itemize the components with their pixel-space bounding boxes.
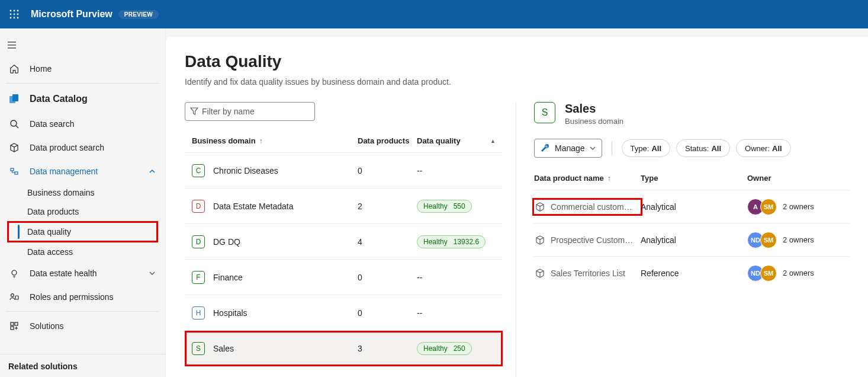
col-data-products[interactable]: Data products <box>358 136 417 145</box>
content: Data Quality Identify and fix data quali… <box>166 37 868 377</box>
svg-point-3 <box>10 14 12 15</box>
home-icon <box>8 63 20 75</box>
svg-point-1 <box>14 10 15 12</box>
cube-icon <box>535 235 545 245</box>
avatar: SM <box>760 232 777 248</box>
product-name: Commercial custom… <box>551 202 632 212</box>
sidebar-item-management[interactable]: Data management <box>0 159 165 183</box>
sort-up-icon: ↑ <box>607 174 611 183</box>
detail-pane: S Sales Business domain Manage <box>516 102 849 377</box>
manage-label: Manage <box>555 143 585 153</box>
sidebar-catalog-label: Data Catalog <box>30 94 88 104</box>
apps-icon <box>8 320 20 332</box>
sidebar-item-home[interactable]: Home <box>0 57 165 81</box>
domain-name: Chronic Diseases <box>213 166 278 175</box>
sidebar-heading-catalog: Data Catalog <box>0 86 165 112</box>
divider <box>612 141 612 155</box>
svg-rect-21 <box>11 322 14 325</box>
sidebar-item-search[interactable]: Data search <box>0 112 165 136</box>
domain-row[interactable]: C Chronic Diseases 0 -- <box>185 153 503 188</box>
sidebar-item-product-search[interactable]: Data product search <box>0 136 165 159</box>
sidebar-management-label: Data management <box>30 167 139 176</box>
table-header: Business domain↑ Data products Data qual… <box>185 129 503 153</box>
svg-rect-17 <box>15 172 18 174</box>
sidebar-sub-access[interactable]: Data access <box>0 242 165 261</box>
sidebar-quality-label: Data quality <box>27 227 71 237</box>
product-row[interactable]: Sales Territories List Reference NDSM 2 … <box>534 256 849 289</box>
product-owner: NDSM 2 owners <box>747 265 849 282</box>
detail-chip: S <box>534 102 555 123</box>
filter-owner[interactable]: Owner:All <box>736 139 791 157</box>
manage-button[interactable]: Manage <box>534 139 602 158</box>
preview-badge: PREVIEW <box>118 10 159 19</box>
sidebar-item-roles[interactable]: Roles and permissions <box>0 285 165 309</box>
product-name-cell: Sales Territories List <box>534 266 641 280</box>
domain-chip: D <box>192 235 205 248</box>
owner-count: 2 owners <box>783 235 814 244</box>
sidebar-item-solutions[interactable]: Solutions <box>0 314 165 338</box>
detail-toolbar: Manage Type:All Status:All Owner:All <box>534 139 849 158</box>
domain-row[interactable]: F Finance 0 -- <box>185 260 503 295</box>
detail-subtitle: Business domain <box>565 117 623 126</box>
svg-line-15 <box>16 126 18 128</box>
sidebar-related-heading: Related solutions <box>0 354 165 377</box>
domain-row[interactable]: S Sales 3 Healthy250 <box>185 331 503 366</box>
content-wrap: Data Quality Identify and fix data quali… <box>166 28 868 377</box>
col-type[interactable]: Type <box>641 174 747 183</box>
filter-status[interactable]: Status:All <box>676 139 730 157</box>
domain-product-count: 2 <box>358 202 417 211</box>
svg-rect-13 <box>12 94 18 101</box>
domain-table: Business domain↑ Data products Data qual… <box>185 129 503 366</box>
col-product-name[interactable]: Data product name↑ <box>534 174 641 183</box>
product-row[interactable]: Commercial custom… Analytical ASM 2 owne… <box>534 190 849 223</box>
sidebar-sub-domains[interactable]: Business domains <box>0 183 165 202</box>
svg-rect-20 <box>15 296 18 299</box>
product-name: Sales Territories List <box>551 269 625 278</box>
domain-chip: C <box>192 164 205 177</box>
filter-input[interactable]: Filter by name <box>185 102 315 121</box>
product-type: Analytical <box>641 235 747 245</box>
catalog-icon <box>8 93 20 105</box>
sidebar-sub-products[interactable]: Data products <box>0 202 165 221</box>
svg-rect-16 <box>11 168 14 171</box>
divider <box>6 83 159 84</box>
product-type: Reference <box>641 269 747 278</box>
domain-row[interactable]: D Data Estate Metadata 2 Healthy550 <box>185 188 503 224</box>
product-name-cell: Prospective Custom… <box>534 233 641 247</box>
product-type: Analytical <box>641 202 747 212</box>
col-owner[interactable]: Owner <box>747 174 849 183</box>
app-launcher-icon[interactable] <box>5 5 24 24</box>
detail-title: Sales <box>565 102 623 116</box>
domain-name: Finance <box>213 273 243 282</box>
hamburger-icon[interactable] <box>2 36 21 55</box>
filter-type[interactable]: Type:All <box>622 139 670 157</box>
sidebar-health-label: Data estate health <box>30 269 139 278</box>
page-title: Data Quality <box>185 52 849 71</box>
col-business-domain[interactable]: Business domain↑ <box>192 136 358 145</box>
svg-point-18 <box>12 270 17 275</box>
product-owner: NDSM 2 owners <box>747 232 849 248</box>
product-row[interactable]: Prospective Custom… Analytical NDSM 2 ow… <box>534 223 849 256</box>
dq-value: -- <box>417 166 422 175</box>
sidebar: Home Data Catalog Data search Data produ… <box>0 28 166 377</box>
sidebar-item-health[interactable]: Data estate health <box>0 261 165 285</box>
sidebar-sub-quality[interactable]: Data quality <box>8 222 157 241</box>
page-subtitle: Identify and fix data quality issues by … <box>185 77 849 87</box>
health-pill: Healthy550 <box>417 200 472 213</box>
domain-row[interactable]: D DG DQ 4 Healthy13932.6 <box>185 224 503 260</box>
domain-row[interactable]: H Hospitals 0 -- <box>185 295 503 331</box>
domain-chip: S <box>192 342 205 355</box>
sidebar-solutions-label: Solutions <box>30 321 157 331</box>
domain-chip: D <box>192 200 205 213</box>
svg-point-0 <box>10 10 12 12</box>
domain-name: DG DQ <box>213 237 240 247</box>
dq-value: -- <box>417 273 422 282</box>
product-name: Prospective Custom… <box>551 235 633 245</box>
domain-chip: H <box>192 306 205 320</box>
svg-rect-22 <box>15 322 18 325</box>
svg-point-5 <box>17 14 19 15</box>
filter-placeholder: Filter by name <box>202 107 255 116</box>
sort-up-icon: ↑ <box>259 137 263 145</box>
col-data-quality[interactable]: Data quality▲ <box>417 136 496 145</box>
svg-point-4 <box>14 14 15 15</box>
